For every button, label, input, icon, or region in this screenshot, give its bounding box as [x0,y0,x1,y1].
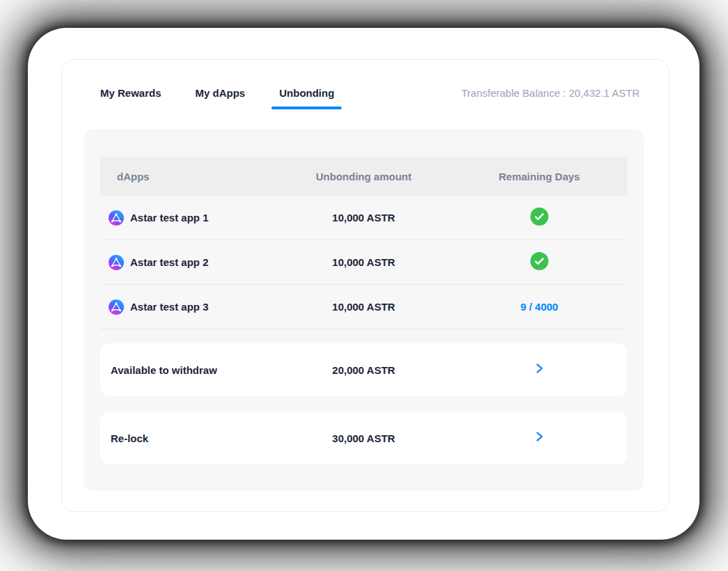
table-header: dApps Unbonding amount Remaining Days [100,157,627,196]
withdraw-label: Available to withdraw [100,364,276,376]
tab-my-rewards[interactable]: My Rewards [100,86,161,109]
tab-label: My Rewards [100,87,161,99]
table-row: Astar test app 3 10,000 ASTR 9 / 4000 [100,285,627,329]
tab-label: My dApps [196,87,246,99]
remaining-days-count: 9 / 4000 [521,301,558,313]
tab-label: Unbonding [279,87,334,99]
chevron-right-icon[interactable] [535,431,544,442]
chevron-right-icon[interactable] [535,363,544,374]
dapp-name: Astar test app 1 [130,212,209,224]
table-row: Astar test app 1 10,000 ASTR [100,196,627,240]
dapp-name: Astar test app 3 [130,301,209,313]
available-to-withdraw-card[interactable]: Available to withdraw 20,000 ASTR [100,343,627,396]
check-circle-icon [530,208,548,226]
unbonding-amount: 10,000 ASTR [332,301,395,313]
astar-app-logo-icon [109,299,124,315]
active-tab-underline [271,107,342,109]
astar-app-logo-icon [109,210,124,226]
check-circle-icon [530,252,548,270]
table-row: Astar test app 2 10,000 ASTR [100,240,627,285]
relock-amount: 30,000 ASTR [332,432,395,444]
app-window: My Rewards My dApps Unbonding Transferab… [28,28,699,540]
dapp-name: Astar test app 2 [130,256,209,268]
unbonding-amount: 10,000 ASTR [332,256,395,268]
column-header-unbonding-amount: Unbonding amount [316,171,411,182]
astar-app-logo-icon [109,255,124,270]
column-header-dapps: dApps [100,171,276,182]
relock-label: Re-lock [100,432,276,444]
tab-bar: My Rewards My dApps Unbonding Transferab… [100,86,640,109]
withdraw-amount: 20,000 ASTR [332,364,395,376]
staking-card: My Rewards My dApps Unbonding Transferab… [61,59,670,512]
unbonding-amount: 10,000 ASTR [332,212,395,224]
tab-unbonding[interactable]: Unbonding [279,86,334,109]
unbonding-panel: dApps Unbonding amount Remaining Days [84,129,644,491]
tab-my-dapps[interactable]: My dApps [196,86,246,109]
transferable-balance: Transferable Balance : 20,432.1 ASTR [461,86,640,109]
relock-card[interactable]: Re-lock 30,000 ASTR [100,412,627,464]
column-header-remaining-days: Remaining Days [498,171,580,182]
